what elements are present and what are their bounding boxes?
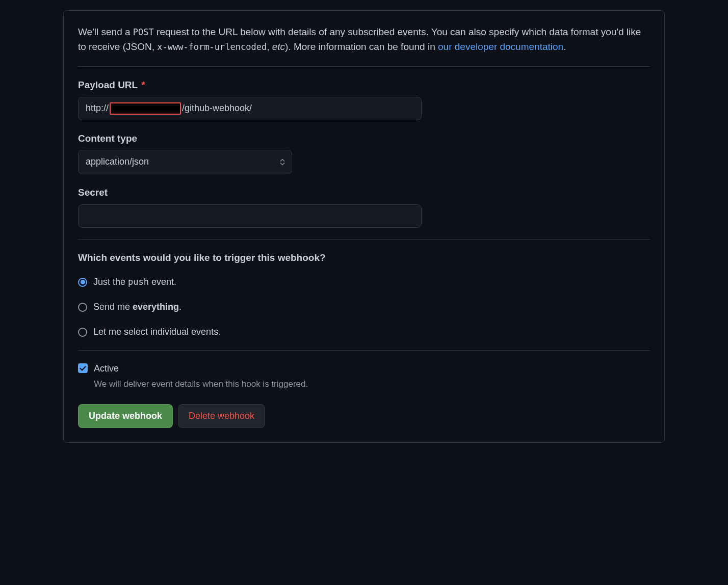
active-label[interactable]: Active [94,362,308,376]
payload-url-input[interactable]: http:///github-webhook/ [78,97,422,120]
events-heading: Which events would you like to trigger t… [78,251,650,265]
active-checkbox-row: Active We will deliver event details whe… [78,362,650,391]
content-type-select[interactable]: application/json [78,150,292,174]
payload-url-group: Payload URL * http:///github-webhook/ [78,78,650,120]
radio-icon [78,328,87,337]
radio-individual[interactable]: Let me select individual events. [78,325,650,339]
divider [78,66,650,67]
radio-icon [78,278,87,287]
content-type-group: Content type application/json [78,131,650,175]
active-checkbox[interactable] [78,363,88,373]
button-row: Update webhook Delete webhook [78,404,650,428]
redacted-host [110,102,181,115]
secret-input[interactable] [78,204,422,228]
radio-push-event[interactable]: Just the push event. [78,275,650,289]
check-icon [80,366,86,371]
post-code: POST [133,27,154,37]
content-type-select-wrap: application/json [78,150,292,174]
secret-label: Secret [78,185,650,200]
webhook-settings-panel: We'll send a POST request to the URL bel… [63,10,665,443]
divider [78,350,650,351]
payload-url-label: Payload URL * [78,78,650,93]
required-asterisk-icon: * [141,79,145,90]
radio-icon [78,303,87,312]
secret-group: Secret [78,185,650,228]
radio-everything[interactable]: Send me everything. [78,300,650,314]
developer-docs-link[interactable]: our developer documentation [438,41,563,52]
form-encoded-code: x-www-form-urlencoded [157,42,267,52]
active-help-text: We will deliver event details when this … [94,378,308,391]
content-type-label: Content type [78,131,650,146]
delete-webhook-button[interactable]: Delete webhook [178,404,265,428]
update-webhook-button[interactable]: Update webhook [78,404,173,428]
webhook-description: We'll send a POST request to the URL bel… [78,25,650,54]
radio-individual-label: Let me select individual events. [93,325,221,339]
radio-everything-label: Send me everything. [93,300,181,314]
divider [78,239,650,240]
radio-push-label: Just the push event. [93,275,176,289]
